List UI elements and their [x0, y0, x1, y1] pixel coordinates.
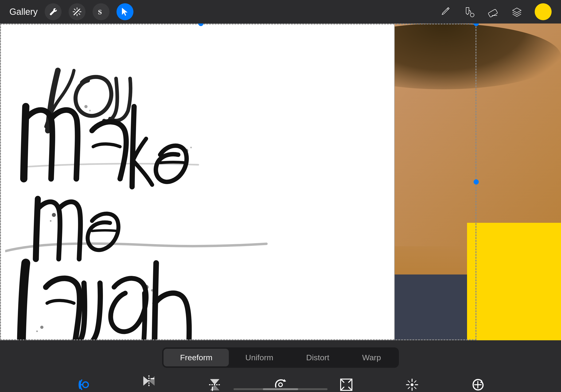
avatar[interactable]: [535, 3, 552, 20]
scroll-thumb: [263, 388, 298, 390]
magnetics-tool[interactable]: Magnetics: [50, 376, 116, 392]
sketchbook-icon: S: [96, 7, 106, 17]
svg-line-7: [79, 9, 80, 10]
interpolation-tool[interactable]: Interpolation: [379, 376, 445, 392]
top-bar-right: [439, 3, 552, 20]
pen-icon: [439, 6, 451, 18]
wrench-button[interactable]: [45, 3, 62, 20]
gallery-button[interactable]: Gallery: [9, 7, 38, 17]
selection-handle-mid-right[interactable]: [474, 179, 479, 185]
svg-text:S: S: [98, 8, 102, 16]
svg-line-39: [341, 379, 344, 382]
tab-freeform[interactable]: Freeform: [163, 349, 229, 366]
layers-icon: [511, 6, 523, 18]
reset-icon: [469, 376, 486, 392]
svg-point-20: [84, 105, 88, 108]
svg-point-19: [36, 330, 38, 332]
wrench-icon: [48, 7, 58, 17]
svg-point-23: [190, 147, 192, 148]
calligraphy-art: [5, 26, 287, 340]
fill-tool-button[interactable]: [463, 6, 475, 18]
svg-point-15: [50, 220, 52, 222]
magic-wand-button[interactable]: [69, 3, 86, 20]
tab-warp[interactable]: Warp: [346, 349, 398, 366]
reset-tool[interactable]: Reset: [445, 376, 511, 392]
svg-point-21: [89, 110, 91, 111]
transform-tabs: Freeform Uniform Distort Warp: [162, 347, 399, 368]
svg-point-17: [151, 289, 153, 291]
magic-wand-icon: [72, 7, 82, 17]
eraser-icon: [487, 6, 499, 18]
svg-point-13: [52, 213, 56, 217]
svg-line-59: [414, 387, 416, 389]
svg-point-10: [470, 13, 474, 17]
svg-point-16: [144, 285, 149, 290]
svg-marker-9: [122, 8, 128, 16]
fill-icon: [463, 6, 475, 18]
svg-point-22: [184, 149, 188, 153]
bottom-toolbar: Freeform Uniform Distort Warp Magnetics: [0, 340, 561, 392]
svg-line-5: [74, 9, 76, 10]
svg-line-58: [408, 387, 410, 389]
svg-line-40: [349, 379, 352, 382]
svg-line-42: [349, 387, 352, 390]
svg-point-24: [83, 382, 88, 388]
svg-point-51: [411, 383, 413, 386]
cursor-icon: [120, 7, 130, 17]
sketchbook-button[interactable]: S: [93, 3, 109, 20]
scroll-bar[interactable]: [234, 388, 327, 390]
svg-line-57: [414, 381, 416, 382]
svg-line-6: [79, 13, 80, 15]
svg-marker-35: [211, 390, 213, 391]
top-navigation-bar: Gallery S: [0, 0, 561, 23]
tab-uniform[interactable]: Uniform: [229, 349, 290, 366]
svg-line-41: [341, 387, 344, 390]
svg-rect-11: [488, 9, 497, 17]
interpolation-icon: [404, 376, 421, 392]
flip-horizontal-tool[interactable]: Flip Horizontal: [116, 372, 182, 392]
transform-button[interactable]: [117, 3, 133, 20]
top-bar-left: Gallery S: [9, 3, 133, 20]
svg-point-37: [279, 383, 282, 387]
svg-line-56: [408, 381, 410, 382]
pen-tool-button[interactable]: [439, 6, 451, 18]
svg-point-14: [59, 218, 61, 220]
tab-distort[interactable]: Distort: [290, 349, 345, 366]
canvas-document: [0, 23, 395, 340]
eraser-tool-button[interactable]: [487, 6, 499, 18]
layers-tool-button[interactable]: [511, 6, 523, 18]
magnetics-icon: [75, 376, 92, 392]
flip-vertical-icon: [206, 376, 223, 392]
svg-marker-31: [210, 379, 219, 385]
flip-horizontal-icon: [140, 372, 157, 389]
svg-line-0: [74, 10, 79, 15]
fit-to-screen-icon: [338, 376, 355, 392]
canvas-area: [0, 23, 561, 340]
svg-marker-32: [210, 385, 219, 390]
svg-marker-27: [149, 376, 155, 386]
svg-marker-26: [143, 376, 149, 386]
svg-point-18: [40, 326, 43, 329]
